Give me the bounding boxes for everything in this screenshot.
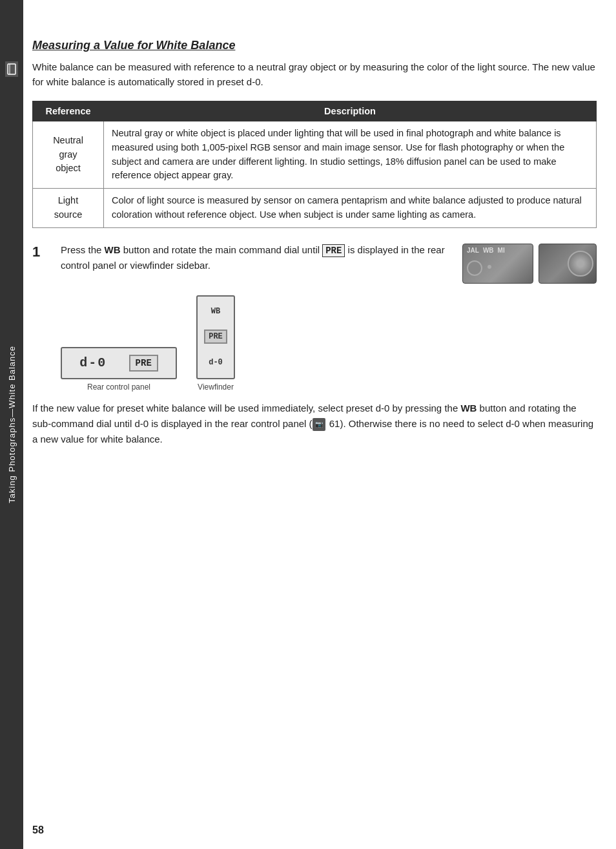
desc-cell-2: Color of light source is measured by sen… <box>104 189 597 228</box>
page-number: 58 <box>32 824 44 836</box>
intro-text: White balance can be measured with refer… <box>32 60 597 89</box>
pre-box-rear: PRE <box>129 355 158 372</box>
wb-button-circle <box>467 260 482 276</box>
step-text-part1: Press the <box>61 244 105 255</box>
viewfinder-display: WB PRE d-0 <box>196 295 235 379</box>
dot-indicator <box>488 265 491 269</box>
rear-panel-box: d-0 PRE Rear control panel <box>61 347 177 392</box>
lcd-d0-text: d-0 <box>79 355 107 370</box>
step-1-section: 1 Press the WB button and rotate the mai… <box>32 242 597 284</box>
table-row: Lightsource Color of light source is mea… <box>33 189 597 228</box>
cam-label-mi: MI <box>498 247 505 254</box>
bottom-wb-label: WB <box>460 403 477 414</box>
viewfinder-caption: Viewfinder <box>198 383 234 392</box>
bottom-page-ref: 61 <box>327 418 340 429</box>
svg-rect-0 <box>8 64 15 74</box>
step-number: 1 <box>32 244 50 260</box>
step-1-text: Press the WB button and rotate the main … <box>61 242 452 273</box>
col1-header: Reference <box>33 101 104 121</box>
bottom-paragraph: If the new value for preset white balanc… <box>32 401 597 447</box>
main-command-dial <box>568 251 593 277</box>
pre-label: PRE <box>322 244 345 257</box>
book-icon <box>5 61 18 77</box>
viewfinder-col: WB PRE d-0 Viewfinder <box>196 295 235 392</box>
vf-d0-text: d-0 <box>209 358 223 367</box>
main-content: Measuring a Value for White Balance Whit… <box>32 39 597 830</box>
step-1-images: JAL WB MI <box>462 244 597 284</box>
rear-panel-caption: Rear control panel <box>61 383 177 392</box>
panels-area: d-0 PRE Rear control panel WB PRE d-0 Vi… <box>61 295 597 392</box>
cam-label-jal: JAL <box>467 247 479 254</box>
reference-table: Reference Description Neutralgrayobject … <box>32 101 597 228</box>
camera-top-image: JAL WB MI <box>462 244 533 284</box>
col2-header: Description <box>104 101 597 121</box>
sidebar-label: Taking Photographs—White Balance <box>7 346 17 503</box>
vf-pre-box: PRE <box>204 330 227 344</box>
ref-cell-1: Neutralgrayobject <box>33 121 104 189</box>
step-text-part2: button and rotate the main com­mand dial… <box>121 244 323 255</box>
wb-label: WB <box>105 244 121 255</box>
desc-cell-1: Neutral gray or white object is placed u… <box>104 121 597 189</box>
table-row: Neutralgrayobject Neutral gray or white … <box>33 121 597 189</box>
page-ref-icon: 📷 <box>313 418 325 431</box>
sidebar-tab: Taking Photographs—White Balance <box>0 0 23 849</box>
vf-wb-text: WB <box>211 307 220 316</box>
page-title: Measuring a Value for White Balance <box>32 39 597 52</box>
rear-panel-display: d-0 PRE <box>61 347 177 379</box>
bottom-part1: If the new value for preset white balanc… <box>32 403 460 414</box>
ref-cell-2: Lightsource <box>33 189 104 228</box>
camera-dial-image <box>539 244 597 284</box>
cam-label-wb: WB <box>483 247 494 254</box>
